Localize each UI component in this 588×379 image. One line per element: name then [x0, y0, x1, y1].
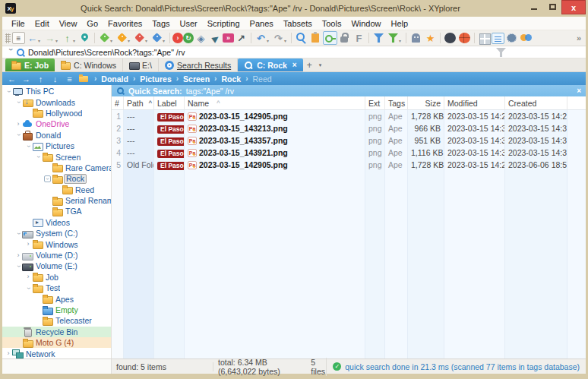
file-row[interactable]: 5Old FolderEl PasoPa2023-03-15_142905.pn…: [112, 159, 586, 171]
gear-badge-icon[interactable]: [504, 31, 519, 45]
toolbar-overflow-button[interactable]: »: [574, 33, 584, 43]
color-filters-icon[interactable]: [519, 31, 533, 45]
breadcrumb-menu-icon[interactable]: ≡: [65, 74, 74, 84]
redo-icon[interactable]: ↷: [271, 31, 286, 45]
column-header-label[interactable]: Label: [154, 96, 185, 109]
file-row[interactable]: 3---El PasoPa2023-03-15_143357.pngpngApe…: [112, 134, 586, 147]
ghost-icon[interactable]: [409, 31, 423, 45]
location-pin-icon[interactable]: [77, 31, 92, 45]
close-button[interactable]: x: [561, 0, 586, 14]
tab-close-icon[interactable]: ×: [292, 61, 297, 69]
chevron-right-icon[interactable]: ›: [5, 350, 12, 357]
tree-item-hollywood[interactable]: Hollywood: [2, 108, 111, 118]
tree-item-videos[interactable]: Videos: [2, 217, 111, 228]
chevron-down-icon[interactable]: ›: [44, 175, 51, 182]
address-bar[interactable]: › Donald\Pictures\Screen\Rock?tags:"Ape"…: [2, 46, 586, 58]
address-dropdown-icon[interactable]: ›: [7, 49, 15, 56]
fast-select-icon[interactable]: »: [223, 33, 234, 43]
key-icon[interactable]: [323, 31, 337, 45]
breadcrumb-down-icon[interactable]: ↓: [50, 74, 60, 84]
tab-e-job[interactable]: E: Job: [5, 58, 55, 71]
menu-tabsets[interactable]: Tabsets: [279, 19, 317, 28]
tree-item-onedrive[interactable]: ›OneDrive: [2, 118, 111, 129]
flag-f-icon[interactable]: F: [352, 31, 366, 45]
chevron-right-icon[interactable]: ›: [14, 121, 22, 128]
bag-icon[interactable]: [337, 31, 352, 45]
column-header-modified[interactable]: Modified: [444, 96, 505, 109]
menu-tools[interactable]: Tools: [318, 19, 346, 28]
tree-item-tga[interactable]: TGA: [2, 206, 111, 216]
column-header-num[interactable]: #: [112, 96, 124, 109]
edit-pen-icon[interactable]: ↗: [234, 31, 248, 45]
column-header-ext[interactable]: Ext: [365, 96, 385, 109]
up-icon[interactable]: ↑: [60, 31, 74, 45]
tab-c-windows[interactable]: C: Windows: [55, 58, 123, 71]
breadcrumb-segment-rock[interactable]: Rock: [221, 74, 241, 84]
breadcrumb-ghost-segment[interactable]: Reed: [252, 74, 271, 84]
tab-e[interactable]: E:\: [123, 58, 159, 71]
menu-view[interactable]: View: [55, 19, 82, 28]
chevron-down-icon[interactable]: ›: [15, 262, 22, 270]
new-tab-button[interactable]: +: [303, 60, 316, 71]
column-header-tags[interactable]: Tags: [385, 96, 408, 109]
moon-icon[interactable]: [443, 31, 457, 45]
chevron-down-icon[interactable]: ›: [15, 99, 22, 106]
cell-name[interactable]: Pa2023-03-15_143921.png: [185, 147, 365, 159]
cell-name[interactable]: Pa2023-03-15_143357.png: [185, 134, 365, 147]
column-header-path[interactable]: Path^: [124, 96, 154, 109]
paste-clipboard-icon[interactable]: [308, 31, 323, 45]
tree-item-windows[interactable]: ›Windows: [2, 238, 111, 249]
tree-item-recycle-bin[interactable]: Recycle Bin: [2, 327, 111, 337]
tree-item-serial-rename[interactable]: Serial Rename: [2, 195, 111, 206]
tab-search-results[interactable]: Search Results: [159, 58, 238, 71]
details-view-icon[interactable]: [492, 33, 504, 44]
menu-window[interactable]: Window: [346, 19, 385, 28]
file-row[interactable]: 2---El PasoPa2023-03-15_143213.pngpngApe…: [112, 122, 586, 134]
tree-item-this-pc[interactable]: ›This PC: [2, 86, 111, 96]
menu-file[interactable]: File: [7, 19, 30, 28]
menu-go[interactable]: Go: [82, 19, 103, 28]
column-header-created[interactable]: Created: [505, 96, 567, 109]
chevron-down-icon[interactable]: ›: [35, 153, 42, 161]
hotlist-icon[interactable]: ›: [172, 33, 183, 43]
title-bar[interactable]: Xy Quick Search: Donald\Pictures\Screen\…: [2, 0, 586, 17]
breadcrumb-segment-donald[interactable]: Donald: [101, 74, 128, 84]
menu-scripting[interactable]: Scripting: [203, 19, 245, 28]
tag-blue-icon[interactable]: [150, 31, 164, 45]
folder-icon[interactable]: [79, 74, 90, 83]
panes-grid-icon[interactable]: [477, 31, 492, 45]
tree-item-job[interactable]: ›Job: [2, 272, 111, 283]
menu-help[interactable]: Help: [387, 19, 413, 28]
tree-item-rock[interactable]: ›Rock: [2, 173, 111, 184]
basketball-icon[interactable]: [457, 31, 472, 45]
quick-search-close-icon[interactable]: ×: [577, 87, 581, 95]
back-icon[interactable]: ←: [25, 31, 40, 45]
cell-name[interactable]: Pa2023-03-15_143213.png: [185, 122, 365, 134]
tree-item-telecaster[interactable]: Telecaster: [2, 315, 111, 326]
column-header-name[interactable]: Name^: [185, 96, 365, 109]
breadcrumb-segment-pictures[interactable]: Pictures: [140, 74, 171, 84]
chevron-down-icon[interactable]: ›: [5, 87, 12, 95]
minimize-button[interactable]: [525, 0, 543, 13]
tag-green-icon[interactable]: [97, 31, 112, 45]
tree-item-apes[interactable]: Apes: [2, 293, 111, 304]
menu-favorites[interactable]: Favorites: [103, 19, 147, 28]
filter-green-icon[interactable]: [386, 31, 400, 45]
breadcrumb-segment-screen[interactable]: Screen: [183, 74, 210, 84]
undo-icon[interactable]: ↶: [254, 31, 268, 45]
tree-item-donald[interactable]: ›Donald: [2, 130, 111, 141]
forward-icon[interactable]: →: [43, 31, 57, 45]
chevron-down-icon[interactable]: ›: [15, 229, 22, 237]
menu-tags[interactable]: Tags: [147, 19, 174, 28]
tree-item-reed[interactable]: Reed: [2, 185, 111, 195]
search-icon[interactable]: [294, 31, 308, 45]
tab-c-rock[interactable]: C: Rock×: [238, 58, 303, 71]
menu-edit[interactable]: Edit: [30, 19, 54, 28]
breadcrumb-forward-icon[interactable]: →: [21, 74, 31, 84]
tree-item-moto-g-4[interactable]: Moto G (4): [2, 337, 111, 348]
tree-item-test[interactable]: ›Test: [2, 283, 111, 293]
maximize-button[interactable]: [543, 0, 561, 13]
refresh-icon[interactable]: ↻: [183, 33, 194, 43]
tree-item-rare-cameras[interactable]: Rare Cameras: [2, 163, 111, 173]
filter-blue-icon[interactable]: [371, 31, 386, 45]
